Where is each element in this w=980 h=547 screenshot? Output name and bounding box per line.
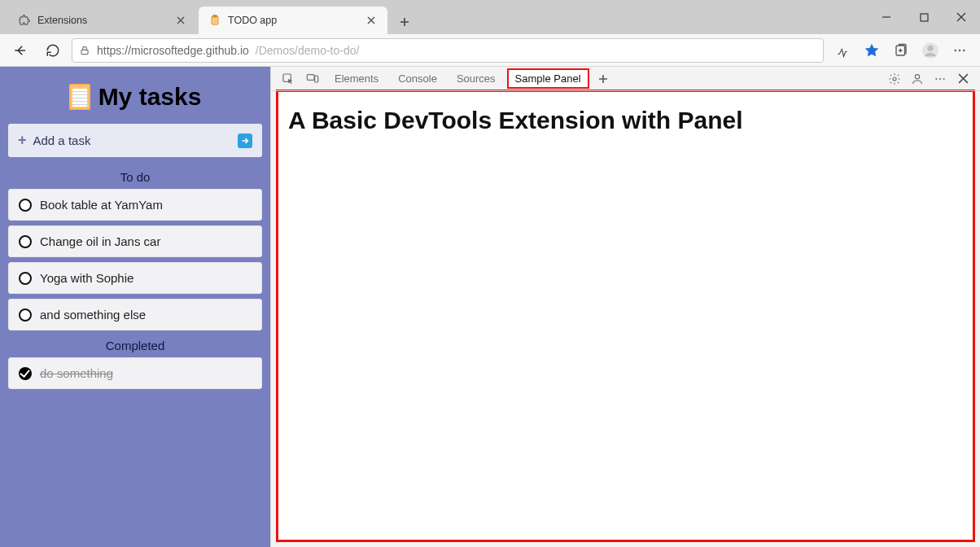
todo-item[interactable]: and something else <box>8 299 262 330</box>
new-tab-button[interactable] <box>392 10 417 34</box>
todo-section-heading: To do <box>8 170 262 184</box>
svg-point-8 <box>959 49 960 50</box>
devtools-pane: Elements Console Sources Sample Panel <box>270 67 980 547</box>
task-text: do something <box>40 366 113 380</box>
window-controls <box>868 0 980 34</box>
clipboard-icon <box>208 14 221 27</box>
checkbox-unchecked-icon[interactable] <box>19 272 32 285</box>
inspect-element-button[interactable] <box>278 68 299 90</box>
add-task-label: Add a task <box>33 133 91 147</box>
clipboard-icon <box>69 84 90 110</box>
browser-titlebar: Extensions TODO app <box>0 0 980 34</box>
svg-point-6 <box>927 45 933 50</box>
svg-point-16 <box>939 77 941 79</box>
svg-rect-12 <box>315 76 318 82</box>
address-bar[interactable]: https://microsoftedge.github.io/Demos/de… <box>72 38 824 63</box>
favorite-button[interactable] <box>858 37 886 63</box>
devtools-tab-elements[interactable]: Elements <box>326 68 387 89</box>
browser-tab-title: TODO app <box>228 15 365 26</box>
panel-heading: A Basic DevTools Extension with Panel <box>288 107 963 134</box>
svg-rect-1 <box>213 15 217 17</box>
add-task-input[interactable]: + Add a task <box>8 124 262 157</box>
svg-rect-11 <box>307 74 314 80</box>
svg-point-13 <box>893 77 896 81</box>
devtools-feedback-button[interactable] <box>907 68 928 90</box>
svg-point-7 <box>955 49 956 50</box>
extension-icon <box>18 14 31 27</box>
collections-button[interactable] <box>887 37 915 63</box>
todo-item[interactable]: Change oil in Jans car <box>8 225 262 257</box>
svg-point-14 <box>915 74 919 78</box>
svg-rect-0 <box>212 16 218 25</box>
task-text: Change oil in Jans car <box>40 234 160 248</box>
refresh-button[interactable] <box>39 37 67 63</box>
todo-app: My tasks + Add a task To do Book table a… <box>0 67 270 547</box>
submit-task-button[interactable] <box>238 133 252 148</box>
devtools-more-button[interactable] <box>930 68 951 90</box>
devtools-close-button[interactable] <box>952 68 973 90</box>
url-host: https://microsoftedge.github.io <box>97 44 249 57</box>
browser-toolbar: https://microsoftedge.github.io/Demos/de… <box>0 34 980 67</box>
svg-point-15 <box>935 77 937 79</box>
profile-button[interactable] <box>917 37 944 63</box>
browser-menu-button[interactable] <box>946 37 973 63</box>
maximize-button[interactable] <box>905 0 943 34</box>
checkbox-checked-icon[interactable] <box>19 367 32 380</box>
browser-tab-extensions[interactable]: Extensions <box>8 7 197 34</box>
devtools-tab-sources[interactable]: Sources <box>448 68 504 89</box>
lock-icon <box>79 45 90 56</box>
url-path: /Demos/demo-to-do/ <box>256 44 360 57</box>
completed-section-heading: Completed <box>8 339 262 352</box>
checkbox-unchecked-icon[interactable] <box>19 235 32 248</box>
devtools-panel-content: A Basic DevTools Extension with Panel <box>276 90 975 542</box>
svg-point-9 <box>963 49 965 50</box>
svg-rect-3 <box>81 50 88 54</box>
completed-item[interactable]: do something <box>8 357 262 389</box>
read-aloud-button[interactable] <box>829 37 856 63</box>
close-tab-icon[interactable] <box>174 14 187 27</box>
checkbox-unchecked-icon[interactable] <box>19 199 32 212</box>
devtools-tabstrip: Elements Console Sources Sample Panel <box>271 67 980 91</box>
devtools-add-tab-button[interactable] <box>593 68 614 90</box>
checkbox-unchecked-icon[interactable] <box>19 309 32 322</box>
browser-tab-title: Extensions <box>37 15 174 26</box>
main-content: My tasks + Add a task To do Book table a… <box>0 67 980 547</box>
browser-tab-todo[interactable]: TODO app <box>199 7 387 34</box>
device-toolbar-button[interactable] <box>302 68 323 90</box>
minimize-button[interactable] <box>868 0 905 34</box>
task-text: Yoga with Sophie <box>40 271 133 285</box>
close-tab-icon[interactable] <box>365 14 378 27</box>
task-text: Book table at YamYam <box>40 198 163 212</box>
devtools-tab-sample-panel[interactable]: Sample Panel <box>507 68 589 89</box>
app-title: My tasks <box>8 75 262 124</box>
task-text: and something else <box>40 308 146 322</box>
todo-item[interactable]: Book table at YamYam <box>8 189 262 221</box>
devtools-settings-button[interactable] <box>884 68 905 90</box>
svg-point-17 <box>943 77 945 79</box>
todo-item[interactable]: Yoga with Sophie <box>8 262 262 294</box>
back-button[interactable] <box>7 37 34 63</box>
app-title-text: My tasks <box>98 83 202 111</box>
close-window-button[interactable] <box>943 0 980 34</box>
devtools-tab-console[interactable]: Console <box>390 68 445 89</box>
plus-icon: + <box>18 132 27 149</box>
svg-rect-2 <box>921 14 928 21</box>
